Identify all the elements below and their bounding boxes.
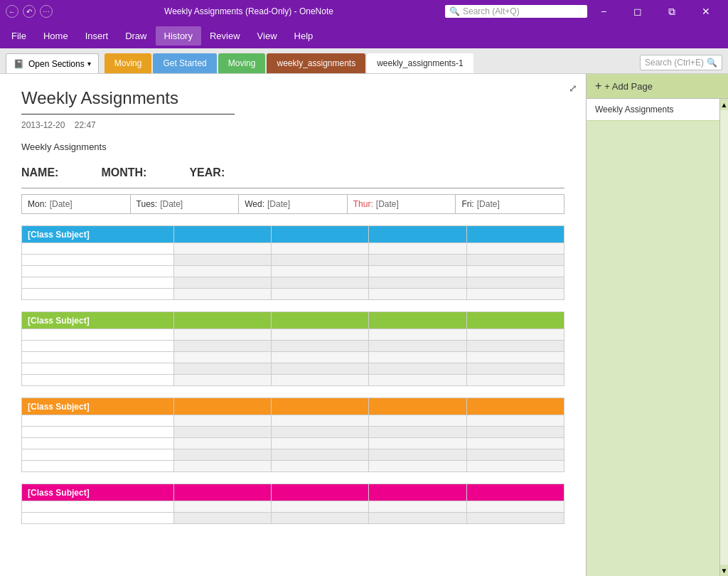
table-row xyxy=(22,501,564,513)
title-bar-controls: ← ↶ ⋯ xyxy=(6,5,53,18)
page-date-value: 2013-12-20 xyxy=(21,120,65,130)
search-placeholder-text: Search (Ctrl+E) xyxy=(645,58,704,68)
page-item-label: Weekly Assignments xyxy=(595,105,674,114)
h3-d2 xyxy=(271,398,368,415)
subject-1: [Class Subject] xyxy=(22,226,174,243)
fields-row: NAME: MONTH: YEAR: xyxy=(21,166,564,179)
right-panel-inner: Weekly Assignments ▲ ▼ xyxy=(587,99,728,576)
page-subtitle: Weekly Assignments xyxy=(21,142,564,152)
right-panel: + + Add Page Weekly Assignments ▲ ▼ xyxy=(586,74,728,576)
menu-file[interactable]: File xyxy=(3,26,35,46)
assignment-section-2: [Class Subject] xyxy=(21,311,564,386)
sections-search[interactable]: Search (Ctrl+E) 🔍 xyxy=(640,55,722,70)
h4-d3 xyxy=(369,484,466,501)
field-month: MONTH: xyxy=(101,166,146,179)
search-icon: 🔍 xyxy=(449,6,460,16)
page-datetime: 2013-12-20 22:47 xyxy=(21,120,564,130)
table-row xyxy=(22,266,564,277)
menu-bar: File Home Insert Draw History Review Vie… xyxy=(0,23,728,48)
scroll-up-arrow[interactable]: ▲ xyxy=(720,99,728,110)
tab-moving-1[interactable]: Moving xyxy=(105,53,152,73)
table-row xyxy=(22,329,564,341)
day-mon: Mon:[Date] xyxy=(22,195,131,214)
header-row-1: [Class Subject] xyxy=(22,226,564,243)
table-row xyxy=(22,277,564,289)
h4-d1 xyxy=(173,484,271,501)
page-item[interactable]: Weekly Assignments xyxy=(587,99,719,121)
tab-weekly-assignments-1[interactable]: weekly_assignments-1 xyxy=(367,53,473,73)
expand-button[interactable]: ⤢ xyxy=(569,82,577,94)
h2-d3 xyxy=(369,312,466,329)
subject-2: [Class Subject] xyxy=(22,312,174,329)
table-row xyxy=(22,363,564,375)
tab-moving-2[interactable]: Moving xyxy=(218,53,266,73)
h4-d4 xyxy=(466,484,564,501)
menu-draw[interactable]: Draw xyxy=(117,26,155,46)
plus-icon: + xyxy=(595,80,601,92)
restore-button[interactable]: ⧉ xyxy=(655,0,688,23)
panel-scrollbar[interactable]: ▲ ▼ xyxy=(719,99,728,576)
table-row xyxy=(22,352,564,363)
h3-d3 xyxy=(369,398,466,415)
assignment-section-1: [Class Subject] xyxy=(21,225,564,300)
assignment-section-3: [Class Subject] xyxy=(21,398,564,472)
h1-d4 xyxy=(466,226,564,243)
days-separator xyxy=(21,188,564,188)
subject-4: [Class Subject] xyxy=(22,484,174,501)
open-sections-label: Open Sections xyxy=(28,59,85,69)
page-time-value: 22:47 xyxy=(75,120,96,130)
minimize-button[interactable]: − xyxy=(587,0,620,23)
days-header-table: Mon:[Date] Tues:[Date] Wed:[Date] Thur:[… xyxy=(21,194,564,214)
tab-get-started[interactable]: Get Started xyxy=(153,53,216,73)
sections-bar: 📓 Open Sections ▾ Moving Get Started Mov… xyxy=(0,48,728,74)
h2-d2 xyxy=(271,312,368,329)
add-page-button[interactable]: + + Add Page xyxy=(587,74,728,99)
menu-home[interactable]: Home xyxy=(35,26,77,46)
scroll-track[interactable] xyxy=(720,110,728,565)
h3-d1 xyxy=(173,398,271,415)
content-area: ⤢ Weekly Assignments 2013-12-20 22:47 We… xyxy=(0,74,586,576)
assign-table-4: [Class Subject] xyxy=(21,484,564,524)
h2-d1 xyxy=(173,312,271,329)
title-bar: ← ↶ ⋯ Weekly Assignments (Read-Only) - O… xyxy=(0,0,728,23)
undo-button[interactable]: ↶ xyxy=(23,5,36,18)
page-title: Weekly Assignments xyxy=(21,88,235,114)
day-thur: Thur:[Date] xyxy=(347,195,456,214)
table-row xyxy=(22,513,564,524)
table-row xyxy=(22,375,564,386)
table-row xyxy=(22,289,564,300)
header-row-4: [Class Subject] xyxy=(22,484,564,501)
maximize-button[interactable]: ◻ xyxy=(621,0,654,23)
titlebar-search[interactable]: 🔍 Search (Alt+Q) xyxy=(445,5,587,18)
menu-review[interactable]: Review xyxy=(201,26,249,46)
pages-list: Weekly Assignments xyxy=(587,99,719,576)
field-name: NAME: xyxy=(21,166,58,179)
back-button[interactable]: ← xyxy=(6,5,18,18)
main-layout: ⤢ Weekly Assignments 2013-12-20 22:47 We… xyxy=(0,74,728,576)
subject-3: [Class Subject] xyxy=(22,398,174,415)
window-controls: − ◻ ⧉ ✕ xyxy=(587,0,722,23)
assign-table-2: [Class Subject] xyxy=(21,311,564,386)
day-wed: Wed:[Date] xyxy=(239,195,348,214)
table-row xyxy=(22,449,564,461)
h1-d2 xyxy=(271,226,368,243)
add-page-label: + Add Page xyxy=(604,81,653,92)
menu-history[interactable]: History xyxy=(156,26,201,46)
table-row xyxy=(22,341,564,352)
close-button[interactable]: ✕ xyxy=(690,0,722,23)
table-row xyxy=(22,243,564,255)
more-button[interactable]: ⋯ xyxy=(40,5,53,18)
day-tues: Tues:[Date] xyxy=(130,195,239,214)
tab-weekly-assignments[interactable]: weekly_assignments xyxy=(267,53,365,73)
table-row xyxy=(22,427,564,438)
menu-view[interactable]: View xyxy=(249,26,286,46)
assign-table-1: [Class Subject] xyxy=(21,225,564,300)
field-year: YEAR: xyxy=(189,166,225,179)
open-sections-button[interactable]: 📓 Open Sections ▾ xyxy=(6,53,99,73)
h3-d4 xyxy=(466,398,564,415)
scroll-down-arrow[interactable]: ▼ xyxy=(720,565,728,576)
menu-insert[interactable]: Insert xyxy=(77,26,117,46)
menu-help[interactable]: Help xyxy=(286,26,322,46)
table-row xyxy=(22,438,564,449)
assignment-section-4: [Class Subject] xyxy=(21,484,564,524)
